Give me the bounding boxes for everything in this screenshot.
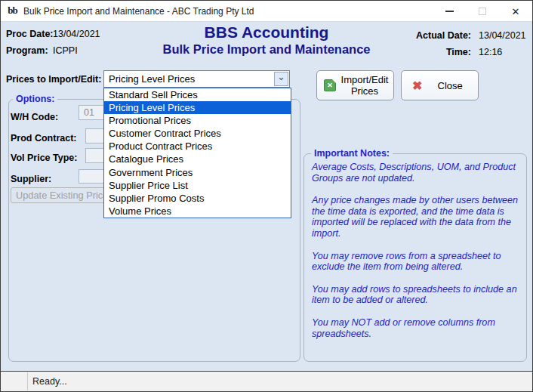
program-value: ICPPI xyxy=(53,45,78,56)
dropdown-item[interactable]: Customer Contract Prices xyxy=(104,127,291,140)
minimize-button[interactable] xyxy=(433,1,466,22)
close-icon: ✕ xyxy=(512,7,520,17)
maximize-icon xyxy=(479,8,486,15)
options-legend: Options: xyxy=(13,94,57,104)
supplier-label: Supplier: xyxy=(11,174,51,184)
prices-to-import-label: Prices to Import/Edit: xyxy=(6,74,101,85)
vol-price-type-label: Vol Price Type: xyxy=(11,153,77,163)
chevron-down-icon: ⌄ xyxy=(277,71,285,82)
note-paragraph: Any price changes made by other users be… xyxy=(312,195,519,239)
important-notes-body: Average Costs, Descriptions, UOM, and Pr… xyxy=(312,162,519,350)
maximize-button[interactable] xyxy=(466,1,499,22)
dropdown-item[interactable]: Promotional Prices xyxy=(104,114,291,127)
note-paragraph: You may add rows to spreadsheets to incl… xyxy=(312,284,519,306)
proc-date-value: 13/04/2021 xyxy=(53,29,100,39)
combobox-value: Pricing Level Prices xyxy=(109,73,195,85)
minimize-icon xyxy=(445,11,454,12)
excel-file-icon: ✕ xyxy=(324,79,336,91)
actual-date-value: 13/04/2021 xyxy=(479,30,526,41)
dropdown-item[interactable]: Government Prices xyxy=(104,166,291,179)
note-paragraph: You may remove rows from a spreadsheet t… xyxy=(312,251,519,273)
proc-date-label: Proc Date: xyxy=(6,29,54,39)
time-label: Time: xyxy=(407,47,471,57)
status-bar-segment xyxy=(1,372,28,390)
close-window-button[interactable]: ✕ xyxy=(499,1,532,22)
dropdown-item[interactable]: Catalogue Prices xyxy=(104,153,291,165)
prices-dropdown-list: Standard Sell Prices Pricing Level Price… xyxy=(103,88,291,218)
status-bar: Ready... xyxy=(1,371,532,391)
import-edit-prices-button[interactable]: ✕ Import/Edit Prices xyxy=(316,70,394,100)
dropdown-item[interactable]: Standard Sell Prices xyxy=(104,88,291,101)
caption-buttons: ✕ xyxy=(433,1,532,22)
important-notes-legend: Important Notes: xyxy=(311,148,393,159)
import-edit-prices-label: Import/Edit Prices xyxy=(338,74,391,97)
combobox-dropdown-button[interactable]: ⌄ xyxy=(274,72,288,86)
wh-code-label: W/H Code: xyxy=(11,112,58,122)
dropdown-item[interactable]: Product Contract Prices xyxy=(104,140,291,153)
dropdown-item[interactable]: Volume Prices xyxy=(104,205,291,218)
window-title: Bulk Price Import and Maintenance - ABC … xyxy=(23,6,254,17)
dropdown-item[interactable]: Supplier Price List xyxy=(104,179,291,192)
dropdown-item[interactable]: Supplier Promo Costs xyxy=(104,192,291,205)
titlebar: bb Bulk Price Import and Maintenance - A… xyxy=(1,1,532,22)
time-value: 12:16 xyxy=(479,47,502,57)
actual-date-label: Actual Date: xyxy=(407,30,471,41)
close-button-label: Close xyxy=(422,80,478,91)
red-x-icon: ✖ xyxy=(412,79,422,93)
prices-to-import-combobox[interactable]: Pricing Level Prices ⌄ xyxy=(103,70,290,88)
note-paragraph: You may NOT add or remove columns from s… xyxy=(312,317,519,339)
prod-contract-label: Prod Contract: xyxy=(11,133,77,144)
dropdown-item-selected[interactable]: Pricing Level Prices xyxy=(104,101,291,114)
app-window: bb Bulk Price Import and Maintenance - A… xyxy=(0,0,533,392)
status-text: Ready... xyxy=(32,376,67,387)
note-paragraph: Average Costs, Descriptions, UOM, and Pr… xyxy=(312,162,519,184)
bbs-logo-icon: bb xyxy=(6,5,19,17)
close-button[interactable]: ✖ Close xyxy=(401,70,479,100)
program-label: Program: xyxy=(6,45,48,56)
